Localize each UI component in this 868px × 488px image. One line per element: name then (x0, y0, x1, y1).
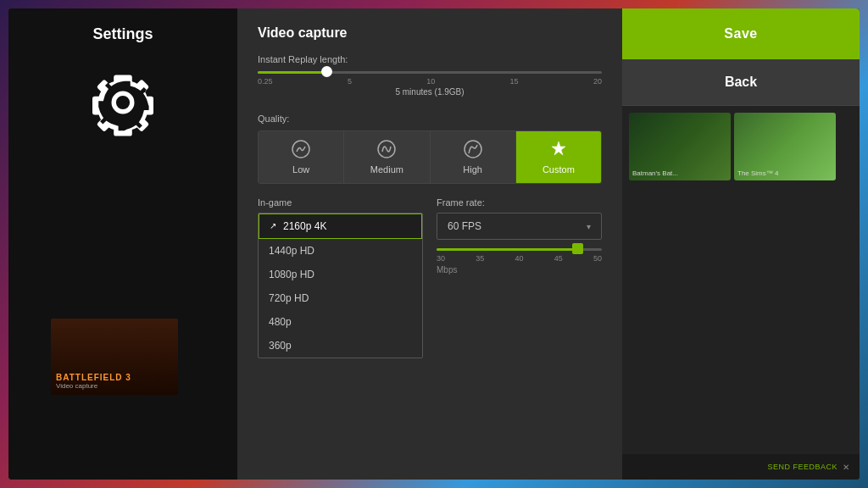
quality-buttons-group: Low Medium (258, 130, 602, 184)
resolution-item-4[interactable]: 480p (259, 310, 422, 334)
ingame-framerate-row: In-game ↗ 2160p 4K 1440p HD 1080p HD 720… (258, 197, 602, 358)
instant-replay-track (258, 71, 602, 74)
resolution-item-2[interactable]: 1080p HD (259, 263, 422, 286)
gear-svg (85, 64, 161, 141)
cursor-icon: ↗ (270, 221, 280, 231)
batman-label: Batman's Bat... (632, 169, 678, 177)
resolution-item-3[interactable]: 720p HD (259, 286, 422, 310)
tick-4: 20 (593, 77, 602, 86)
quality-btn-low[interactable]: Low (259, 131, 344, 183)
quality-label-custom: Custom (542, 164, 575, 175)
instant-replay-section: Instant Replay length: 0.25 5 10 15 20 5… (258, 54, 602, 97)
quality-icon-high (464, 140, 482, 161)
bf3-sublabel: Video capture (56, 382, 131, 390)
settings-title: Settings (92, 25, 153, 43)
quality-btn-high[interactable]: High (431, 131, 516, 183)
bitrate-tick-4: 50 (593, 254, 602, 263)
resolution-item-0[interactable]: ↗ 2160p 4K (259, 214, 422, 239)
ingame-label: In-game (258, 197, 423, 208)
framerate-value: 60 FPS (448, 220, 481, 232)
quality-section: Quality: Low (258, 114, 602, 184)
instant-replay-label: Instant Replay length: (258, 54, 602, 64)
bitrate-section: 30 35 40 45 50 Mbps (437, 248, 602, 274)
framerate-label: Frame rate: (437, 197, 602, 208)
batman-thumbnail[interactable]: Batman's Bat... (629, 113, 731, 180)
resolution-item-5[interactable]: 360p (259, 334, 422, 358)
bf3-label: BATTLEFIELD 3 (56, 373, 131, 382)
feedback-bar: SEND FEEDBACK ✕ (622, 454, 860, 480)
svg-point-2 (465, 141, 481, 158)
bitrate-slider-track[interactable] (437, 248, 602, 251)
sims-thumbnail[interactable]: The Sims™ 4 (734, 113, 836, 180)
back-button[interactable]: Back (622, 59, 860, 106)
app-window: Settings BATTLEFIELD 3 Video capture Vid… (8, 8, 860, 480)
chevron-down-icon: ▾ (587, 222, 591, 231)
bitrate-tick-0: 30 (437, 254, 445, 263)
instant-replay-value: 5 minutes (1.9GB) (258, 87, 602, 97)
right-panel: Save Back Batman's Bat... The Sims™ 4 SE… (622, 8, 860, 480)
quality-btn-medium[interactable]: Medium (344, 131, 430, 183)
framerate-col: Frame rate: 60 FPS ▾ 30 35 40 45 (437, 197, 602, 358)
quality-btn-custom[interactable]: Custom (516, 131, 601, 183)
bf3-thumbnail: BATTLEFIELD 3 Video capture (51, 319, 178, 395)
dialog-panel: Video capture Instant Replay length: 0.2… (237, 8, 622, 480)
bitrate-tick-2: 40 (515, 254, 523, 263)
quality-icon-low (292, 140, 310, 161)
save-button[interactable]: Save (622, 8, 860, 59)
tick-0: 0.25 (258, 77, 273, 86)
bitrate-thumb[interactable] (572, 243, 583, 254)
instant-replay-thumb[interactable] (321, 66, 332, 77)
bitrate-tick-labels: 30 35 40 45 50 (437, 254, 602, 263)
bitrate-tick-3: 45 (554, 254, 563, 263)
resolution-item-1[interactable]: 1440p HD (259, 239, 422, 263)
bitrate-tick-1: 35 (476, 254, 484, 263)
thumbnails-grid: Batman's Bat... The Sims™ 4 (622, 106, 860, 454)
sims-label: The Sims™ 4 (737, 169, 778, 177)
quality-label-low: Low (292, 164, 309, 175)
dialog-title: Video capture (258, 25, 602, 41)
close-icon[interactable]: ✕ (843, 463, 849, 472)
instant-replay-slider-container[interactable] (258, 71, 602, 74)
quality-label-medium: Medium (370, 164, 403, 175)
ingame-col: In-game ↗ 2160p 4K 1440p HD 1080p HD 720… (258, 197, 423, 358)
quality-label-high: High (463, 164, 482, 175)
resolution-dropdown[interactable]: ↗ 2160p 4K 1440p HD 1080p HD 720p HD 480… (258, 213, 423, 358)
framerate-dropdown[interactable]: 60 FPS ▾ (437, 213, 602, 240)
feedback-text[interactable]: SEND FEEDBACK (767, 463, 837, 471)
tick-3: 15 (510, 77, 519, 86)
bitrate-fill (437, 248, 577, 251)
gear-icon (81, 60, 165, 145)
quality-label: Quality: (258, 114, 602, 124)
tick-1: 5 (348, 77, 352, 86)
instant-replay-tick-labels: 0.25 5 10 15 20 (258, 77, 602, 86)
settings-sidebar: Settings BATTLEFIELD 3 Video capture (8, 8, 237, 480)
quality-icon-custom (549, 140, 568, 161)
bitrate-unit: Mbps (437, 265, 602, 274)
instant-replay-fill (258, 71, 326, 74)
tick-2: 10 (426, 77, 435, 86)
quality-icon-medium (377, 140, 396, 161)
